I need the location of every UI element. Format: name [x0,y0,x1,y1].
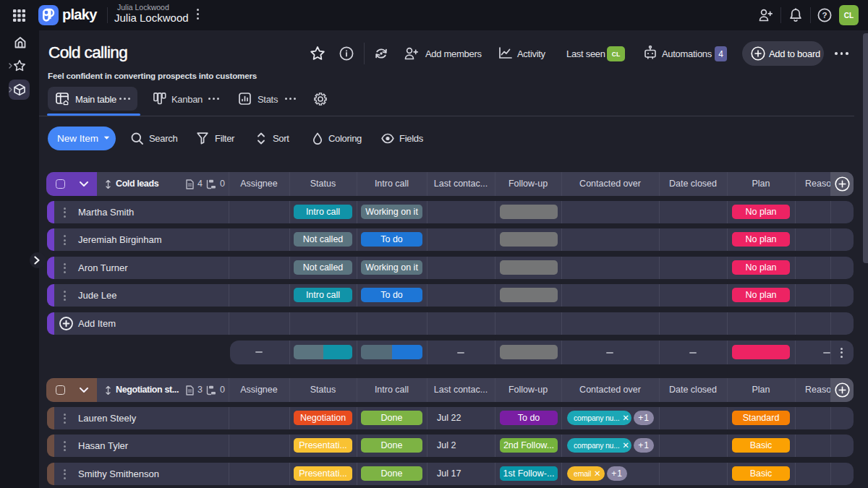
svg-text:?: ? [822,11,827,20]
